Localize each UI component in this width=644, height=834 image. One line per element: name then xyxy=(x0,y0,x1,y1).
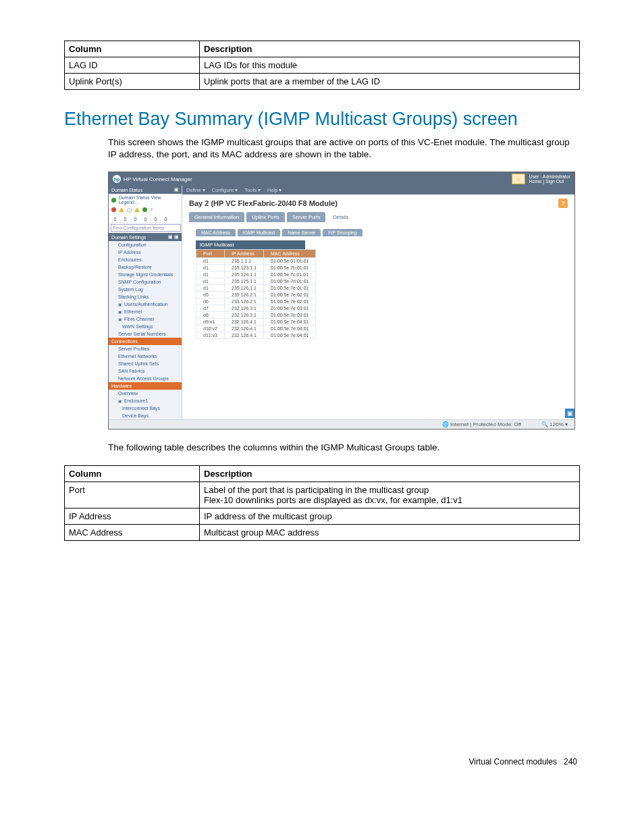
internet-icon: 🌐 xyxy=(442,421,449,427)
browser-statusbar: 🌐 Internet | Protected Mode: Off 🔍 120% … xyxy=(109,419,574,429)
grid-cell: 235.126.2.1 xyxy=(225,292,264,298)
domain-status-link[interactable]: Domain Status View Legend... xyxy=(119,195,179,205)
status-dot-icon xyxy=(111,207,116,212)
section-heading: Ethernet Bay Summary (IGMP Multicast Gro… xyxy=(64,109,580,130)
menu-item[interactable]: Help ▾ xyxy=(267,187,282,193)
grid-header: MAC Address xyxy=(264,250,316,258)
sidebar-item[interactable]: Interconnect Bays xyxy=(109,405,182,412)
user-label: User : Administrator xyxy=(529,174,570,180)
grid-cell: 01:00:5e:7e:02:01 xyxy=(264,298,316,305)
sidebar-item[interactable]: WWN Settings xyxy=(109,323,182,330)
grid-cell: d1 xyxy=(196,271,225,278)
panel-title: Bay 2 (HP VC FlexFabric-20/40 F8 Module) xyxy=(189,199,338,207)
grid-title: IGMP Multicast xyxy=(196,240,305,249)
sidebar-item[interactable]: System Log xyxy=(109,286,182,293)
grid-cell: 235.125.1.1 xyxy=(225,278,264,285)
grid-cell: d1 xyxy=(196,258,225,265)
sidebar-heading-connections: Connections xyxy=(109,338,182,345)
hp-logo-icon: hp xyxy=(113,175,121,183)
sidebar-item[interactable]: Server Profiles xyxy=(109,345,182,353)
status-count: 0 xyxy=(111,217,119,221)
grid-cell: 01:00:5e:7e:03:01 xyxy=(264,312,316,319)
status-count: 0 xyxy=(142,217,149,221)
table-cell: IP address of the multicast group xyxy=(200,508,580,524)
grid-cell: 01:00:5e:7e:04:01 xyxy=(264,325,316,332)
menu-item[interactable]: Tools ▾ xyxy=(244,187,261,193)
sidebar-item[interactable]: Stacking Links xyxy=(109,293,182,301)
tab[interactable]: Uplink Ports xyxy=(246,212,284,222)
grid-cell: 235.123.1.1 xyxy=(225,265,264,271)
grid-cell: d9:v1 xyxy=(196,319,225,325)
sub-tab[interactable]: MAC Address xyxy=(196,229,236,236)
sidebar-item[interactable]: Ethernet Networks xyxy=(109,353,182,360)
page-footer: Virtual Connect modules 240 xyxy=(64,757,580,766)
sidebar-item[interactable]: SNMP Configuration xyxy=(109,278,182,286)
sidebar-item[interactable]: Network Access Groups xyxy=(109,375,182,382)
status-icons-row: ⓘ ? xyxy=(109,206,182,215)
igmp-columns-table: Column Description PortLabel of the port… xyxy=(64,465,580,541)
grid-cell: 01:00:5e:01:01:01 xyxy=(264,258,316,265)
zoom-control[interactable]: 🔍 120% ▾ xyxy=(541,421,568,427)
grid-cell: 232.126.3.1 xyxy=(225,312,264,319)
table-intro: The following table describes the column… xyxy=(108,442,580,454)
app-titlebar: hp HP Virtual Connect Manager ⌂ User : A… xyxy=(109,172,574,186)
menubar: Define ▾Configure ▾Tools ▾Help ▾ xyxy=(182,186,574,194)
collapse-icon[interactable]: ▣ ▣ xyxy=(168,234,179,240)
table-cell: Label of the port that is participating … xyxy=(200,481,580,508)
grid-cell: 232.126.3.1 xyxy=(225,305,264,312)
lag-table: Column Description LAG IDLAG IDs for thi… xyxy=(64,41,580,90)
table-cell: Port xyxy=(65,481,200,508)
home-icon[interactable]: ⌂ xyxy=(512,174,525,184)
table-cell: Uplink ports that are a member of the LA… xyxy=(200,74,580,90)
help-icon[interactable]: ? xyxy=(558,199,568,208)
sidebar-item[interactable]: IP Address xyxy=(109,249,182,256)
sidebar-item[interactable]: SAN Fabrics xyxy=(109,367,182,375)
sidebar-item[interactable]: Ethernet xyxy=(109,308,182,315)
grid-cell: 01:00:5e:7e:02:01 xyxy=(264,292,316,298)
sub-tab[interactable]: IGMP Multicast xyxy=(238,229,280,236)
main-tabs: General InformationUplink PortsServer Po… xyxy=(182,212,574,222)
grid-cell: 235.126.1.1 xyxy=(225,285,264,292)
find-config-input[interactable] xyxy=(111,224,181,232)
sub-tab[interactable]: Name Server xyxy=(282,229,321,236)
screenshot: hp HP Virtual Connect Manager ⌂ User : A… xyxy=(108,172,575,429)
sidebar-item[interactable]: Fibre Channel xyxy=(109,315,182,323)
tab[interactable]: Details xyxy=(327,212,354,222)
tab[interactable]: Server Ports xyxy=(287,212,326,222)
status-dot-icon xyxy=(142,207,147,212)
sub-tab[interactable]: FIP Snooping xyxy=(323,229,362,236)
sidebar-item[interactable]: Server Serial Numbers xyxy=(109,330,182,338)
sidebar-item[interactable]: Overview xyxy=(109,390,182,397)
home-signout-links[interactable]: Home | Sign Out xyxy=(529,179,570,184)
sidebar-item-enclosure[interactable]: Enclosure1 xyxy=(109,397,182,405)
igmp-grid: PortIP AddressMAC Address d1235.1.1.101:… xyxy=(196,249,316,339)
col-header: Column xyxy=(65,41,200,57)
grid-cell: d1 xyxy=(196,265,225,271)
sidebar-item[interactable]: Enclosures xyxy=(109,256,182,263)
sidebar-heading-domain-status: Domain Status▣ xyxy=(109,186,182,194)
sidebar-heading-hardware: Hardware xyxy=(109,382,182,390)
sidebar-item[interactable]: Users/Authentication xyxy=(109,301,182,308)
grid-cell: 235.124.1.1 xyxy=(225,271,264,278)
menu-item[interactable]: Configure ▾ xyxy=(212,187,238,193)
sidebar-item[interactable]: Shared Uplink Sets xyxy=(109,360,182,367)
info-icon: ⓘ xyxy=(127,207,132,214)
grid-cell: 235.1.1.1 xyxy=(225,258,264,265)
grid-cell: 01:00:5e:7e:01:01 xyxy=(264,285,316,292)
table-cell: Multicast group MAC address xyxy=(200,524,580,540)
intro-paragraph: This screen shows the IGMP multicast gro… xyxy=(108,136,580,161)
sidebar-item[interactable]: Storage Mgmt Credentials xyxy=(109,271,182,278)
grid-cell: d10:v2 xyxy=(196,325,225,332)
expand-icon[interactable]: ▣ xyxy=(565,409,574,418)
status-count: 0 xyxy=(152,217,159,221)
table-cell: IP Address xyxy=(65,508,200,524)
sidebar-item[interactable]: Configuration xyxy=(109,241,182,249)
sidebar-item[interactable]: Backup/Restore xyxy=(109,263,182,271)
menu-item[interactable]: Define ▾ xyxy=(186,187,205,193)
grid-header: Port xyxy=(196,250,225,258)
tab[interactable]: General Information xyxy=(189,212,244,222)
grid-cell: d6 xyxy=(196,298,225,305)
grid-cell: 232.126.4.1 xyxy=(225,325,264,332)
unknown-icon: ? xyxy=(150,207,153,214)
sidebar-item[interactable]: Device Bays xyxy=(109,412,182,419)
